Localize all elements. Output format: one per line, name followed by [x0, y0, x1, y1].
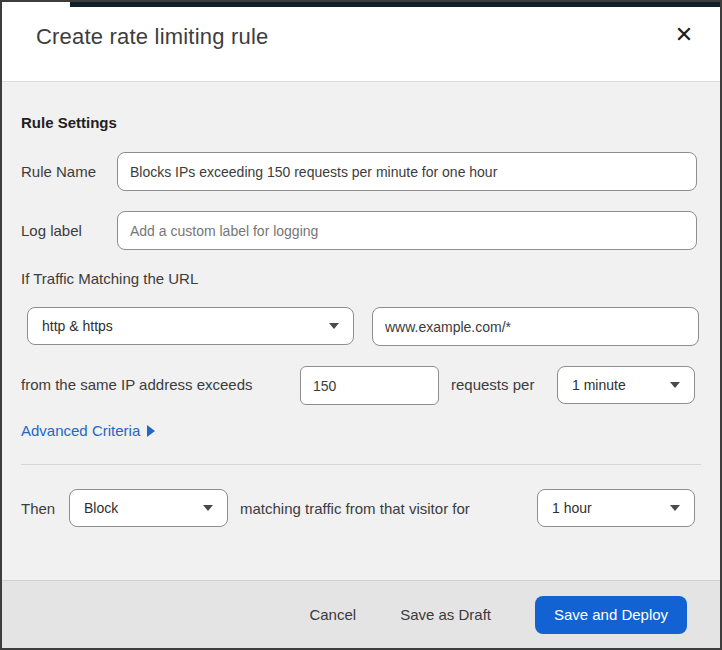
scheme-select-value: http & https: [42, 318, 113, 334]
action-select[interactable]: Block: [69, 489, 228, 527]
close-button[interactable]: ✕: [664, 15, 704, 55]
requests-per-text: requests per: [451, 376, 534, 393]
traffic-match-heading: If Traffic Matching the URL: [21, 270, 198, 287]
arrow-right-icon: [147, 425, 155, 437]
duration-select[interactable]: 1 hour: [537, 489, 695, 527]
rule-name-input[interactable]: [117, 152, 697, 191]
then-text: Then: [21, 500, 55, 517]
advanced-criteria-label: Advanced Criteria: [21, 422, 140, 439]
log-label-label: Log label: [21, 222, 82, 239]
log-label-input[interactable]: [117, 211, 697, 250]
url-input[interactable]: [372, 307, 699, 346]
chevron-down-icon: [329, 323, 339, 329]
chevron-down-icon: [670, 382, 680, 388]
rule-name-label: Rule Name: [21, 163, 96, 180]
period-select[interactable]: 1 minute: [557, 366, 695, 404]
chevron-down-icon: [203, 505, 213, 511]
cancel-button[interactable]: Cancel: [309, 606, 356, 623]
request-count-input[interactable]: [300, 366, 439, 405]
close-icon: ✕: [675, 22, 693, 47]
save-and-deploy-button[interactable]: Save and Deploy: [535, 596, 687, 634]
modal-title: Create rate limiting rule: [36, 24, 268, 50]
duration-select-value: 1 hour: [552, 500, 592, 516]
advanced-criteria-link[interactable]: Advanced Criteria: [21, 422, 155, 439]
screen: Create rate limiting rule ✕ Rule Setting…: [0, 0, 722, 650]
chevron-down-icon: [670, 505, 680, 511]
save-as-draft-button[interactable]: Save as Draft: [400, 606, 491, 623]
threshold-prefix-text: from the same IP address exceeds: [21, 376, 253, 393]
period-select-value: 1 minute: [572, 377, 626, 393]
matching-traffic-text: matching traffic from that visitor for: [240, 500, 470, 517]
modal-footer: Cancel Save as Draft Save and Deploy: [2, 580, 720, 648]
section-heading: Rule Settings: [21, 114, 117, 131]
scheme-select[interactable]: http & https: [27, 307, 354, 345]
modal-body: Rule Settings Rule Name Log label If Tra…: [2, 82, 720, 580]
section-divider: [21, 464, 701, 465]
action-select-value: Block: [84, 500, 118, 516]
modal-header: Create rate limiting rule ✕: [2, 7, 720, 81]
